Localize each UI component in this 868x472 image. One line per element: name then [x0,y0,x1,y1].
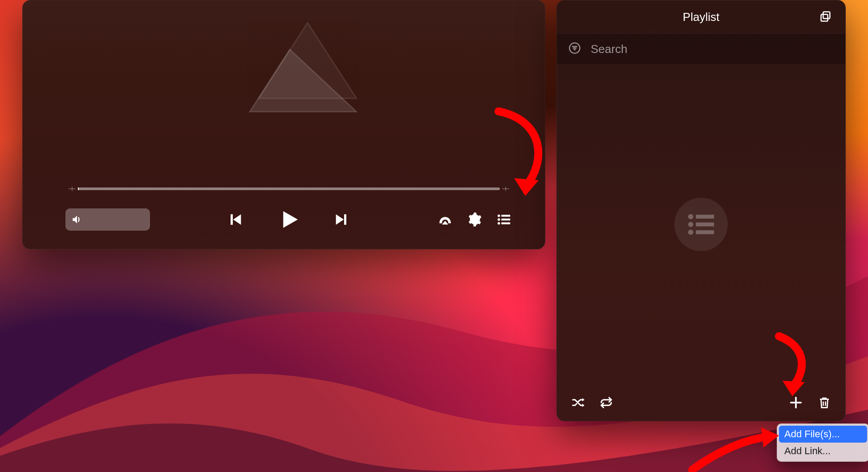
seek-end-cap [500,186,511,192]
next-button[interactable] [333,211,351,228]
playlist-panel: Playlist [556,0,846,421]
search-input[interactable] [590,42,834,57]
volume-control[interactable] [65,208,150,231]
add-context-menu: Add File(s)... Add Link... [777,423,868,462]
playlist-search-bar [557,33,845,65]
svg-rect-22 [696,223,714,227]
seek-bar-row [66,186,511,192]
airplay-button[interactable] [438,212,453,227]
previous-button[interactable] [226,211,244,228]
playlist-header: Playlist [557,0,845,33]
svg-rect-9 [501,215,510,216]
svg-point-18 [688,214,694,220]
svg-point-6 [498,215,500,217]
playlist-footer [557,384,845,421]
svg-rect-23 [696,230,714,234]
playlist-empty-state [557,65,845,384]
svg-point-7 [498,218,500,221]
add-button[interactable] [789,396,803,409]
seek-bar[interactable] [78,187,500,190]
seek-start-cap [66,186,78,192]
detach-panel-button[interactable] [819,10,832,24]
empty-list-icon [674,198,728,251]
svg-point-8 [498,222,500,225]
filter-icon [568,42,581,56]
playlist-title: Playlist [683,10,719,24]
player-right-controls [438,212,511,227]
shuffle-button[interactable] [571,396,584,409]
repeat-button[interactable] [600,396,613,409]
svg-point-20 [688,230,694,235]
svg-point-19 [688,222,694,227]
volume-slider[interactable] [88,208,150,231]
menu-item-add-link[interactable]: Add Link... [779,443,867,460]
media-player-window [22,0,545,249]
svg-rect-10 [501,219,510,220]
player-controls [65,204,511,235]
transport-controls [226,207,351,232]
svg-rect-21 [696,215,714,219]
svg-rect-12 [823,12,830,19]
settings-button[interactable] [467,212,482,227]
menu-item-add-file[interactable]: Add File(s)... [779,426,867,443]
svg-rect-11 [501,222,510,224]
app-logo [241,5,383,130]
delete-button[interactable] [818,396,831,409]
svg-rect-13 [821,14,828,21]
volume-icon[interactable] [65,208,88,231]
play-button[interactable] [276,207,301,232]
playlist-toggle-button[interactable] [496,212,511,227]
